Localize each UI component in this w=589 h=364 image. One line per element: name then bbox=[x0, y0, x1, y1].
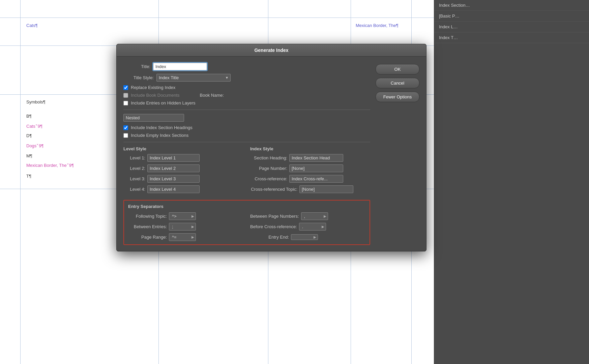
between-page-numbers-label: Between Page Numbers: bbox=[250, 214, 299, 219]
doc-text-d: D¶ bbox=[26, 133, 32, 138]
side-panel-item-index-l[interactable]: Index L… bbox=[434, 22, 589, 32]
book-name-label: Book Name: bbox=[200, 93, 224, 98]
empty-sections-checkbox[interactable] bbox=[123, 133, 128, 138]
cross-ref-label: Cross-reference: bbox=[250, 176, 287, 181]
fewer-options-button[interactable]: Fewer Options bbox=[376, 92, 419, 102]
between-entries-arrow-icon: ▶ bbox=[192, 225, 194, 229]
cross-ref-topic-select-wrapper: [None] bbox=[299, 185, 370, 193]
dialog-title: Generate Index bbox=[254, 48, 288, 53]
section-heading-select-wrapper: Index Section Head bbox=[289, 154, 370, 162]
title-style-select[interactable]: Index Title [None] [Basic Paragraph Styl… bbox=[156, 74, 231, 82]
styles-section: Level Style Level 1: Index Level 1 Level… bbox=[123, 146, 370, 196]
cross-ref-select-wrapper: Index Cross-refe... bbox=[289, 175, 370, 183]
entry-end-value bbox=[293, 237, 312, 238]
doc-text-symbols: Symbols¶ bbox=[26, 99, 46, 104]
hidden-layers-checkbox[interactable] bbox=[123, 101, 128, 105]
doc-text-dogs: Dogs˅9¶ bbox=[26, 143, 44, 148]
title-label: Title: bbox=[123, 64, 150, 69]
separators-grid: Following Topic: ^> ▶ Between Page Numbe… bbox=[128, 212, 365, 241]
title-style-label: Title Style: bbox=[123, 75, 154, 80]
page-range-arrow-icon: ▶ bbox=[192, 235, 194, 239]
dialog-title-bar: Generate Index bbox=[117, 44, 426, 57]
entry-end-arrow-icon: ▶ bbox=[314, 235, 316, 239]
before-cross-ref-label: Before Cross-reference: bbox=[250, 224, 297, 229]
include-book-docs-row: Include Book Documents bbox=[123, 93, 180, 98]
cross-ref-row: Cross-reference: Index Cross-refe... bbox=[250, 175, 370, 183]
empty-sections-label[interactable]: Include Empty Index Sections bbox=[131, 133, 188, 138]
entry-separators-section: Entry Separators Following Topic: ^> ▶ B… bbox=[123, 200, 370, 245]
level3-label: Level 3: bbox=[123, 176, 145, 181]
hidden-layers-label[interactable]: Include Entries on Hidden Layers bbox=[131, 100, 196, 105]
between-page-numbers-row: Between Page Numbers: , ▶ bbox=[250, 212, 365, 220]
section-headings-label[interactable]: Include Index Section Headings bbox=[131, 125, 193, 130]
level2-row: Level 2: Index Level 2 bbox=[123, 164, 243, 172]
page-range-value: ^= bbox=[171, 234, 190, 240]
between-entries-label: Between Entries: bbox=[128, 224, 167, 229]
replace-existing-label[interactable]: Replace Existing Index bbox=[131, 85, 175, 90]
side-panel-item-basic-p[interactable]: [Basic P… bbox=[434, 11, 589, 22]
nested-dropdown-row: Nested Run-in bbox=[123, 114, 370, 122]
cross-ref-topic-label: Cross-referenced Topic: bbox=[250, 187, 297, 192]
index-style-header: Index Style bbox=[250, 146, 370, 151]
guide-line-1 bbox=[0, 18, 435, 18]
level3-select[interactable]: Index Level 3 bbox=[147, 175, 200, 183]
following-topic-input[interactable]: ^> ▶ bbox=[169, 212, 196, 220]
page-range-row: Page Range: ^= ▶ bbox=[128, 233, 243, 241]
index-style-column: Index Style Section Heading: Index Secti… bbox=[250, 146, 370, 196]
level2-select[interactable]: Index Level 2 bbox=[147, 164, 200, 172]
before-cross-ref-arrow-icon: ▶ bbox=[322, 225, 324, 229]
entry-end-input[interactable]: ▶ bbox=[291, 234, 318, 240]
title-style-select-wrapper: Index Title [None] [Basic Paragraph Styl… bbox=[156, 74, 231, 82]
entry-end-row: Entry End: ▶ bbox=[250, 233, 365, 241]
page-number-select[interactable]: [None] bbox=[289, 164, 343, 172]
between-entries-value: ; bbox=[171, 224, 190, 230]
level1-select-wrapper: Index Level 1 bbox=[147, 154, 243, 162]
entry-separators-title: Entry Separators bbox=[128, 204, 365, 209]
level-style-header: Level Style bbox=[123, 146, 243, 151]
following-topic-value: ^> bbox=[171, 213, 190, 219]
section-headings-checkbox[interactable] bbox=[123, 125, 128, 130]
between-page-numbers-input[interactable]: , ▶ bbox=[301, 212, 328, 220]
side-panel-item-index-section[interactable]: Index Section… bbox=[434, 0, 589, 11]
section-heading-label: Section Heading: bbox=[250, 155, 287, 160]
before-cross-ref-input[interactable]: . ▶ bbox=[299, 223, 326, 231]
doc-text-mexican2: Mexican Border, The˅9¶ bbox=[26, 163, 74, 168]
level3-select-wrapper: Index Level 3 bbox=[147, 175, 243, 183]
before-cross-ref-row: Before Cross-reference: . ▶ bbox=[250, 223, 365, 231]
cross-ref-select[interactable]: Index Cross-refe... bbox=[289, 175, 343, 183]
page-number-select-wrapper: [None] bbox=[289, 164, 370, 172]
level4-select[interactable]: Index Level 4 bbox=[147, 185, 200, 193]
include-book-docs-checkbox bbox=[123, 93, 128, 98]
doc-text-mexican-border: Mexican Border, The¶ bbox=[356, 23, 399, 28]
nested-select[interactable]: Nested Run-in bbox=[123, 114, 184, 122]
dialog-main-content: Title: Title Style: Index Title [None] [… bbox=[123, 63, 370, 245]
side-panel: Index Section… [Basic P… Index L… Index … bbox=[434, 0, 589, 364]
doc-text-t: T¶ bbox=[26, 174, 31, 179]
page-number-label: Page Number: bbox=[250, 166, 287, 171]
title-input[interactable] bbox=[153, 63, 207, 70]
section-headings-row: Include Index Section Headings bbox=[123, 125, 370, 130]
between-page-numbers-value: , bbox=[303, 213, 322, 219]
include-book-docs-label: Include Book Documents bbox=[131, 93, 180, 98]
between-entries-row: Between Entries: ; ▶ bbox=[128, 223, 243, 231]
replace-existing-checkbox[interactable] bbox=[123, 85, 128, 90]
level2-label: Level 2: bbox=[123, 166, 145, 171]
cross-ref-topic-select[interactable]: [None] bbox=[299, 185, 353, 193]
between-entries-input[interactable]: ; ▶ bbox=[169, 223, 196, 231]
doc-text-cats2: Cats˅9¶ bbox=[26, 124, 42, 129]
ok-button[interactable]: OK bbox=[376, 64, 419, 74]
section-heading-select[interactable]: Index Section Head bbox=[289, 154, 343, 162]
level-style-column: Level Style Level 1: Index Level 1 Level… bbox=[123, 146, 243, 196]
v-guide-1 bbox=[20, 0, 21, 364]
doc-text-b: B¶ bbox=[26, 114, 32, 119]
hidden-layers-row: Include Entries on Hidden Layers bbox=[123, 100, 370, 105]
level4-label: Level 4: bbox=[123, 187, 145, 192]
empty-sections-row: Include Empty Index Sections bbox=[123, 133, 370, 138]
page-range-input[interactable]: ^= ▶ bbox=[169, 233, 196, 241]
cancel-button[interactable]: Cancel bbox=[376, 78, 419, 88]
side-panel-item-index-t[interactable]: Index T… bbox=[434, 32, 589, 43]
doc-text-cats: Cats¶ bbox=[26, 23, 38, 28]
level2-select-wrapper: Index Level 2 bbox=[147, 164, 243, 172]
level1-select[interactable]: Index Level 1 bbox=[147, 154, 200, 162]
level1-row: Level 1: Index Level 1 bbox=[123, 154, 243, 162]
